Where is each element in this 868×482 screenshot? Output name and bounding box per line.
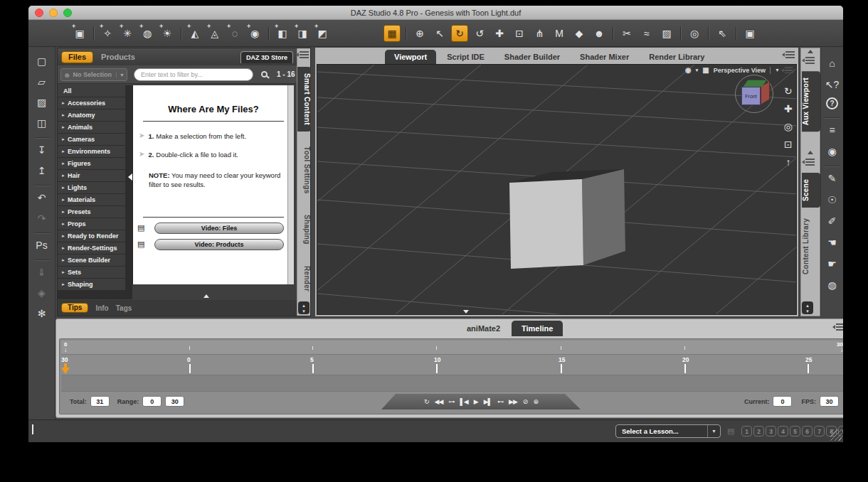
pan-control[interactable]: ✚: [784, 104, 793, 114]
figure-setup-tool[interactable]: ☻: [591, 25, 608, 42]
splitter-arrow[interactable]: [808, 151, 813, 154]
tab-tags[interactable]: Tags: [116, 304, 132, 312]
outline-icon[interactable]: ≡: [824, 122, 841, 139]
scene-navigator-tool[interactable]: ▦: [383, 25, 401, 42]
tab-render[interactable]: Render: [297, 259, 311, 298]
next-frame-button[interactable]: ▶▌: [484, 398, 492, 405]
send-to-button[interactable]: ✻: [33, 305, 51, 322]
tab-scene[interactable]: Scene: [802, 173, 820, 208]
category-item[interactable]: ► Render-Settings: [58, 242, 125, 254]
universal-rotate-tool[interactable]: ↻: [451, 25, 468, 42]
category-item[interactable]: ► Sets: [58, 267, 125, 278]
category-item[interactable]: ► Shaping: [58, 279, 125, 290]
joint-editor-tool[interactable]: ⋔: [531, 25, 548, 42]
panel-options-icon[interactable]: [805, 159, 815, 166]
tab-animate2[interactable]: aniMate2: [467, 324, 500, 333]
new-point-light-tool[interactable]: ✳: [119, 25, 136, 42]
world-edit-icon[interactable]: ◍: [824, 277, 841, 294]
playhead[interactable]: [61, 363, 70, 374]
lesson-number-button[interactable]: 4: [778, 426, 788, 437]
key-rewind-button[interactable]: ⊶: [448, 398, 454, 405]
tab-timeline[interactable]: Timeline: [512, 321, 563, 336]
tab-products[interactable]: Products: [101, 53, 135, 61]
category-item[interactable]: ► Ready to Render: [58, 230, 125, 242]
play-button[interactable]: ▶: [474, 398, 478, 405]
lesson-number-button[interactable]: 2: [753, 426, 764, 437]
delete-key-button[interactable]: ⊘: [523, 398, 528, 405]
new-ambient-light-tool[interactable]: ◍: [139, 25, 156, 42]
zoom-control[interactable]: ◎: [784, 122, 793, 132]
panel-options-icon[interactable]: [785, 67, 793, 73]
hair-tool[interactable]: ≈: [638, 25, 655, 42]
spot-render-tool[interactable]: ◎: [686, 25, 703, 42]
new-file-button[interactable]: ▢: [33, 53, 51, 70]
range-to-input[interactable]: 30: [165, 396, 184, 407]
video-files-button[interactable]: Video: Files: [154, 223, 284, 234]
close-window-button[interactable]: [35, 9, 43, 17]
hand-point-icon[interactable]: ☛: [824, 255, 841, 272]
lesson-number-button[interactable]: 3: [766, 426, 776, 437]
loop-button[interactable]: ↻: [424, 398, 429, 405]
category-item[interactable]: ► Accessories: [58, 97, 125, 109]
filter-input[interactable]: Enter text to filter by...: [134, 68, 253, 81]
view-cube-front-face[interactable]: Front: [741, 87, 761, 105]
package-content-button[interactable]: ◈: [33, 284, 51, 301]
aim-control[interactable]: ↑: [785, 157, 790, 167]
new-dformer-tool[interactable]: ◉: [246, 25, 263, 42]
info-icon[interactable]: ◉: [824, 143, 841, 160]
tab-script-ide[interactable]: Script IDE: [438, 50, 494, 64]
tab-shader-mixer[interactable]: Shader Mixer: [571, 50, 638, 64]
go-to-start-button[interactable]: ◀◀: [435, 398, 443, 405]
undo-button[interactable]: ↶: [33, 189, 51, 206]
node-selection-tool[interactable]: ↖: [431, 25, 448, 42]
track-area[interactable]: [61, 375, 843, 392]
range-start-handle[interactable]: ↓: [64, 347, 67, 353]
category-item[interactable]: ► Hair: [58, 170, 125, 181]
new-instance-tool[interactable]: ◧: [274, 25, 291, 42]
expand-pane-arrow[interactable]: [203, 294, 209, 298]
category-item[interactable]: ► Cameras: [58, 134, 125, 145]
category-item[interactable]: ► Anatomy: [58, 109, 125, 121]
new-null-tool[interactable]: ◌: [226, 25, 243, 42]
view-cube-gizmo[interactable]: Front: [735, 75, 773, 113]
camera-cube-icon[interactable]: ▦: [702, 66, 709, 74]
tab-files[interactable]: Files: [61, 51, 93, 63]
new-instance-group-tool[interactable]: ◨: [294, 25, 311, 42]
map-transfer-tool[interactable]: ▨: [658, 25, 675, 42]
viewport-canvas[interactable]: ◉ ▾ ▦ Perspective View ▼ ↻✚◎⊡↑ Front: [317, 64, 797, 315]
panel-options-icon[interactable]: [785, 51, 795, 58]
splitter-handle[interactable]: [463, 310, 469, 314]
panel-options-icon[interactable]: [836, 323, 843, 331]
play-range-bar[interactable]: 0 ↓ 30 ↓: [61, 341, 843, 355]
selection-dropdown[interactable]: ☻ No Selection ▼: [60, 68, 127, 81]
lesson-number-button[interactable]: 6: [802, 426, 813, 437]
hand-grab-icon[interactable]: ☚: [824, 234, 841, 251]
camera-dropdown-icon[interactable]: ▼: [775, 68, 780, 73]
tab-pager[interactable]: ▲▼: [298, 301, 309, 314]
new-group-tool[interactable]: ◬: [206, 25, 223, 42]
help-icon[interactable]: ?: [826, 97, 838, 109]
category-item[interactable]: ► Environments: [58, 146, 125, 157]
install-content-button[interactable]: ⇓: [33, 264, 51, 281]
lesson-number-button[interactable]: 1: [741, 426, 752, 437]
aim-camera-tool[interactable]: ⊕: [411, 25, 428, 42]
tab-tips[interactable]: Tips: [61, 303, 88, 313]
import-button[interactable]: ↧: [33, 141, 51, 159]
search-icon[interactable]: [261, 71, 268, 77]
render-button[interactable]: ▣: [741, 25, 758, 42]
tool-options-button[interactable]: ⇖: [714, 25, 731, 42]
category-item[interactable]: All: [58, 85, 125, 97]
drawstyle-icon[interactable]: ◉: [685, 66, 692, 74]
range-end-handle[interactable]: ↓: [840, 347, 843, 353]
light-edit-icon[interactable]: ☉: [824, 191, 841, 208]
category-item[interactable]: ► Animals: [58, 122, 125, 133]
zoom-window-button[interactable]: [63, 9, 72, 17]
new-distant-light-tool[interactable]: ☀: [159, 25, 176, 42]
go-to-end-button[interactable]: ▶▶: [509, 398, 517, 405]
new-environment-tool[interactable]: ◩: [314, 25, 331, 42]
merge-file-button[interactable]: ▨: [33, 94, 51, 111]
category-item[interactable]: ► Props: [58, 218, 125, 230]
panel-options-icon[interactable]: [805, 57, 815, 64]
tab-content-library[interactable]: Content Library: [802, 212, 820, 281]
camera-view-label[interactable]: Perspective View: [714, 67, 766, 74]
